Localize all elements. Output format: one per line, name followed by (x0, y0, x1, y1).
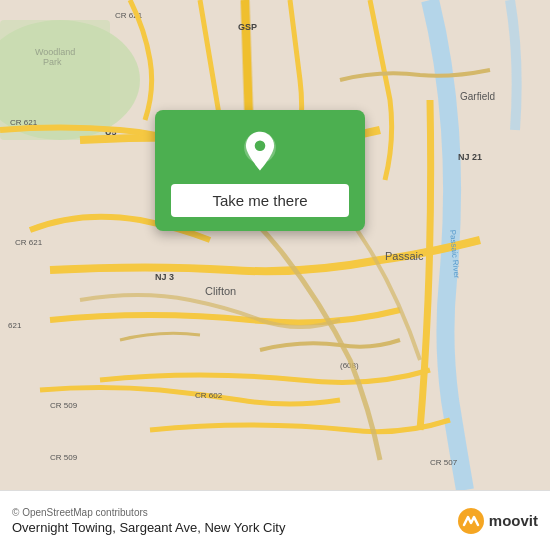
svg-text:Passaic: Passaic (385, 250, 424, 262)
copyright-text: © OpenStreetMap contributors (12, 507, 285, 518)
bottom-bar: © OpenStreetMap contributors Overnight T… (0, 490, 550, 550)
moovit-icon (457, 507, 485, 535)
svg-text:NJ 21: NJ 21 (458, 152, 482, 162)
svg-text:621: 621 (8, 321, 22, 330)
location-card: Take me there (155, 110, 365, 231)
svg-text:CR 509: CR 509 (50, 453, 78, 462)
svg-text:CR 602: CR 602 (195, 391, 223, 400)
map-pin-icon (238, 130, 282, 174)
svg-text:CR 507: CR 507 (430, 458, 458, 467)
svg-text:CR 621: CR 621 (15, 238, 43, 247)
location-title: Overnight Towing, Sargeant Ave, New York… (12, 520, 285, 535)
take-me-there-button[interactable]: Take me there (171, 184, 349, 217)
svg-text:CR 621: CR 621 (10, 118, 38, 127)
svg-text:NJ 3: NJ 3 (155, 272, 174, 282)
svg-point-24 (255, 141, 266, 152)
map-container: Woodland Park GSP U5 NJ 3 NJ 21 CR 621 C… (0, 0, 550, 490)
moovit-logo: moovit (457, 507, 538, 535)
bottom-left-info: © OpenStreetMap contributors Overnight T… (12, 507, 285, 535)
svg-text:GSP: GSP (238, 22, 257, 32)
moovit-text: moovit (489, 512, 538, 529)
svg-text:CR 509: CR 509 (50, 401, 78, 410)
svg-text:Garfield: Garfield (460, 91, 495, 102)
svg-text:Clifton: Clifton (205, 285, 236, 297)
